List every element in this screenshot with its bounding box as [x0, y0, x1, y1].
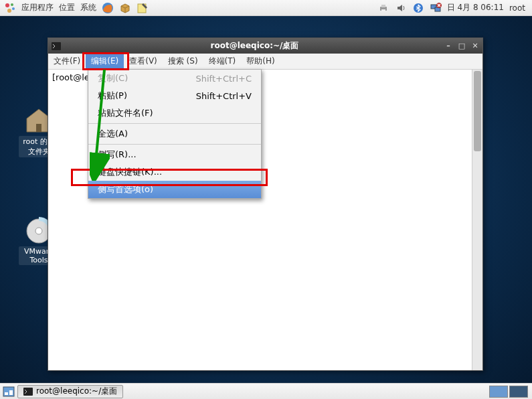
terminal-icon [23, 388, 33, 396]
svg-rect-21 [23, 388, 33, 396]
minimize-button[interactable]: – [444, 42, 453, 51]
menu-view[interactable]: 查看(V) [124, 54, 163, 69]
menu-item-paste[interactable]: 粘贴(P)Shift+Ctrl+V [88, 87, 261, 104]
top-panel: 应用程序 位置 系统 日 4月 8 06:11 root [0, 0, 532, 16]
terminal-prompt: [root@le [52, 72, 90, 82]
menu-item-keyboard-shortcuts[interactable]: 键盘快捷键(K)... [88, 163, 261, 181]
menu-item-paste-filenames[interactable]: 粘贴文件名(F) [88, 104, 261, 122]
menu-places[interactable]: 位置 [59, 2, 75, 13]
menu-applications[interactable]: 应用程序 [21, 2, 54, 13]
show-desktop-icon[interactable] [3, 386, 15, 398]
workspace-1[interactable] [489, 386, 508, 398]
menu-edit[interactable]: 编辑(E) [86, 54, 124, 69]
svg-rect-8 [381, 9, 385, 12]
workspace-pager[interactable] [489, 386, 532, 398]
terminal-icon [51, 41, 62, 52]
menu-item-profiles[interactable]: 侧写(R)... [88, 146, 261, 163]
menubar: 文件(F) 编辑(E) 查看(V) 搜索 (S) 终端(T) 帮助(H) [48, 54, 482, 70]
menu-system[interactable]: 系统 [80, 2, 96, 13]
gnome-foot-icon [4, 2, 16, 14]
package-icon[interactable] [119, 2, 131, 14]
separator [88, 144, 261, 145]
menu-item-profile-preferences[interactable]: 侧写首选项(o) [88, 181, 261, 198]
printer-icon[interactable] [377, 2, 389, 14]
window-title: root@leeqico:~/桌面 [66, 40, 444, 52]
workspace-2[interactable] [509, 386, 528, 398]
svg-rect-16 [52, 42, 61, 50]
firefox-icon[interactable] [102, 2, 114, 14]
svg-rect-13 [36, 124, 41, 132]
svg-rect-20 [9, 390, 13, 395]
menu-search[interactable]: 搜索 (S) [163, 54, 203, 69]
taskbar-label: root@leeqico:~/桌面 [36, 386, 117, 397]
svg-point-1 [11, 3, 13, 6]
svg-rect-19 [5, 392, 8, 395]
scrollbar[interactable] [472, 70, 482, 370]
menu-terminal[interactable]: 终端(T) [203, 54, 242, 69]
bottom-panel: root@leeqico:~/桌面 [0, 383, 532, 399]
menu-item-select-all[interactable]: 全选(A) [88, 125, 261, 143]
menu-help[interactable]: 帮助(H) [241, 54, 280, 69]
maximize-button[interactable]: □ [457, 42, 466, 51]
menu-item-copy: 复制(C)Shift+Ctrl+C [88, 70, 261, 87]
network-icon[interactable] [430, 2, 442, 14]
clock[interactable]: 日 4月 8 06:11 [447, 2, 504, 13]
titlebar[interactable]: root@leeqico:~/桌面 – □ ✕ [48, 38, 482, 54]
taskbar-item-terminal[interactable]: root@leeqico:~/桌面 [17, 385, 123, 398]
svg-rect-7 [381, 5, 385, 7]
user-label[interactable]: root [509, 3, 525, 13]
menu-file[interactable]: 文件(F) [48, 54, 86, 69]
edit-dropdown: 复制(C)Shift+Ctrl+C 粘贴(P)Shift+Ctrl+V 粘贴文件… [88, 69, 262, 199]
svg-point-2 [12, 7, 15, 10]
separator [88, 123, 261, 124]
notepad-icon[interactable] [137, 2, 149, 14]
bluetooth-icon[interactable] [412, 2, 424, 14]
svg-point-3 [7, 9, 11, 13]
close-button[interactable]: ✕ [470, 42, 480, 51]
scrollbar-thumb[interactable] [474, 71, 481, 151]
volume-icon[interactable] [395, 2, 407, 14]
svg-point-15 [35, 228, 42, 234]
svg-point-0 [5, 3, 9, 7]
